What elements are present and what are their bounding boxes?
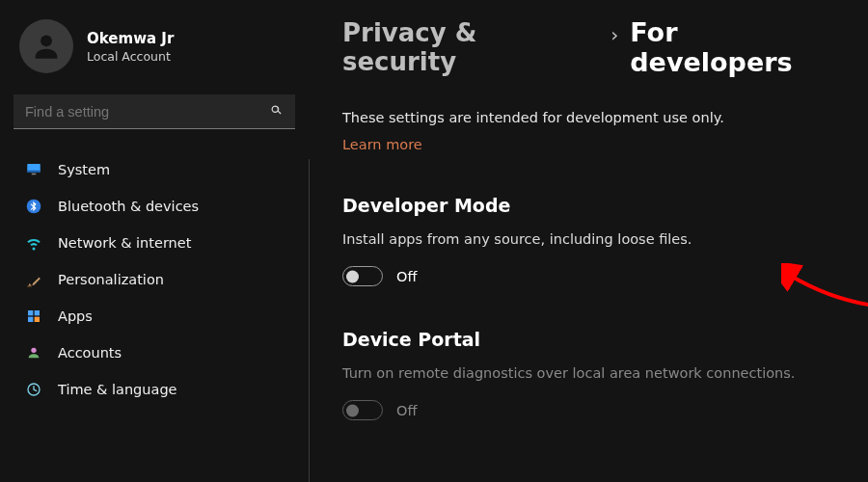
search-icon [269,103,284,120]
svg-point-10 [31,348,36,353]
monitor-icon [25,161,42,178]
svg-rect-6 [28,310,33,315]
account-icon [25,344,42,362]
section-device-portal: Device Portal Turn on remote diagnostics… [342,329,849,420]
profile-name: Okemwa Jr [87,30,174,47]
sidebar-item-label: Personalization [58,272,164,287]
breadcrumb: Privacy & security › For developers [342,17,849,77]
nav-list: System Bluetooth & devices Network & int… [14,152,295,407]
brush-icon [25,271,42,288]
svg-rect-2 [27,171,41,173]
sidebar-item-label: System [58,162,110,177]
section-title: Developer Mode [342,195,849,216]
svg-point-0 [41,35,52,46]
section-desc: Turn on remote diagnostics over local ar… [342,365,849,381]
search-box[interactable] [14,94,295,129]
person-icon [30,30,63,63]
sidebar-item-label: Time & language [58,382,177,397]
sidebar: Okemwa Jr Local Account System Bluetooth… [0,0,309,482]
sidebar-item-label: Bluetooth & devices [58,199,199,214]
clock-icon [25,381,42,398]
sidebar-item-bluetooth[interactable]: Bluetooth & devices [14,189,295,224]
svg-rect-5 [27,285,31,286]
apps-icon [25,308,42,325]
section-title: Device Portal [342,329,849,350]
profile-text: Okemwa Jr Local Account [87,30,174,64]
breadcrumb-parent[interactable]: Privacy & security [342,18,599,76]
page-title: For developers [630,17,849,77]
section-developer-mode: Developer Mode Install apps from any sou… [342,195,849,286]
developer-mode-toggle[interactable] [342,266,383,286]
page-intro: These settings are intended for developm… [342,110,849,125]
sidebar-item-label: Accounts [58,345,122,361]
sidebar-item-system[interactable]: System [14,152,295,187]
profile-account-type: Local Account [87,49,174,64]
sidebar-item-network[interactable]: Network & internet [14,226,295,260]
section-desc: Install apps from any source, including … [342,231,849,247]
svg-rect-9 [35,317,40,322]
avatar [19,19,73,73]
sidebar-item-apps[interactable]: Apps [14,299,295,334]
svg-rect-7 [35,310,40,315]
toggle-state-label: Off [396,403,417,418]
sidebar-item-label: Apps [58,308,93,324]
learn-more-link[interactable]: Learn more [342,137,422,152]
device-portal-toggle [342,400,383,420]
sidebar-item-personalization[interactable]: Personalization [14,262,295,297]
chevron-right-icon: › [610,23,618,46]
toggle-state-label: Off [396,269,417,284]
sidebar-item-accounts[interactable]: Accounts [14,335,295,370]
sidebar-item-label: Network & internet [58,235,191,251]
svg-rect-8 [28,317,33,322]
main-content: Privacy & security › For developers Thes… [309,159,868,482]
wifi-icon [25,234,42,252]
bluetooth-icon [25,198,42,215]
sidebar-item-time[interactable]: Time & language [14,372,295,407]
profile-block[interactable]: Okemwa Jr Local Account [14,17,295,87]
svg-rect-3 [32,174,37,175]
search-input[interactable] [25,104,269,120]
